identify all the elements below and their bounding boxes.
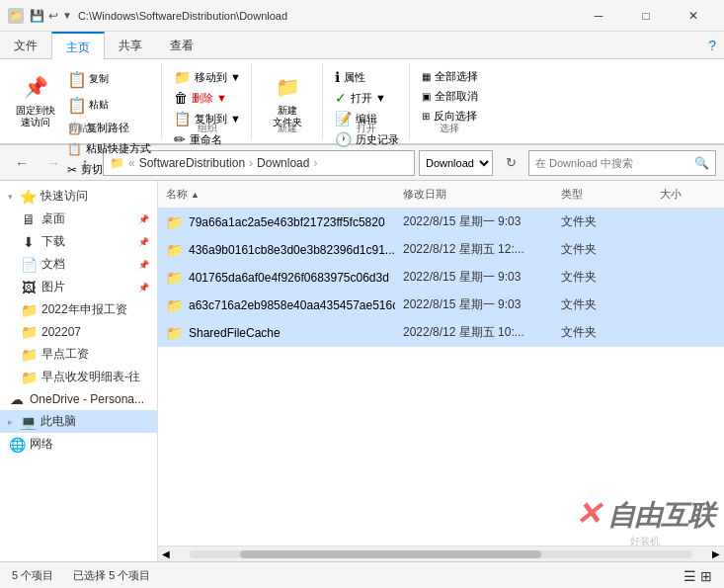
network-icon: 🌐 xyxy=(8,437,26,453)
open-group-label: 打开 xyxy=(325,122,409,135)
minimize-button[interactable]: ─ xyxy=(576,0,621,32)
file-folder-icon: 📁 xyxy=(166,214,183,230)
desktop-label: 桌面 xyxy=(41,210,65,227)
ribbon-group-organize: 📁 移动到 ▼ 🗑 删除 ▼ 📋 复制到 ▼ ✏ 重命名 组织 xyxy=(164,63,252,139)
tab-home[interactable]: 主页 xyxy=(51,32,105,59)
table-row[interactable]: 📁 a63c716a2eb9858e40aa435457ae516c 2022/… xyxy=(158,292,724,319)
col-header-type[interactable]: 类型 xyxy=(553,183,652,206)
folder-icon-1: 📁 xyxy=(20,302,38,318)
pin-indicator-4: 📌 xyxy=(138,283,149,293)
ribbon-group-new: 📁 新建文件夹 新建 xyxy=(254,63,323,139)
nav-folder-4[interactable]: 📁 早点收发明细表-往 xyxy=(0,366,157,388)
tab-share[interactable]: 共享 xyxy=(105,32,156,58)
file-name: 79a66a1ac2a5e463bf21723ff5fc5820 xyxy=(189,215,385,229)
desktop-icon: 🖥 xyxy=(20,211,38,227)
downloads-label: 下载 xyxy=(41,233,65,250)
select-all-label: 全部选择 xyxy=(435,69,478,84)
file-type: 文件夹 xyxy=(553,210,652,233)
deselect-all-label: 全部取消 xyxy=(435,89,478,104)
folder-1-label: 2022年申报工资 xyxy=(41,301,127,318)
scroll-right-button[interactable]: ▶ xyxy=(708,546,724,562)
save-icon[interactable]: 💾 xyxy=(30,9,44,23)
copy-button[interactable]: 📋 复制 xyxy=(63,67,155,91)
pictures-icon: 🖼 xyxy=(20,280,38,295)
paste-shortcut-button[interactable]: 📋 粘贴快捷方式 xyxy=(63,139,155,158)
nav-documents[interactable]: 📄 文档 📌 xyxy=(0,253,157,276)
file-type: 文件夹 xyxy=(553,321,652,344)
nav-folder-3[interactable]: 📁 早点工资 xyxy=(0,343,157,366)
paste-icon: 📋 xyxy=(67,95,87,115)
undo-icon[interactable]: ↩ xyxy=(48,9,58,23)
paste-shortcut-label: 粘贴快捷方式 xyxy=(86,141,151,156)
refresh-button[interactable]: ↻ xyxy=(497,150,524,176)
move-to-button[interactable]: 📁 移动到 ▼ xyxy=(170,67,245,87)
maximize-button[interactable]: □ xyxy=(623,0,669,32)
nav-network[interactable]: 🌐 网络 xyxy=(0,433,157,456)
table-row[interactable]: 📁 79a66a1ac2a5e463bf21723ff5fc5820 2022/… xyxy=(158,209,724,236)
file-folder-icon: 📁 xyxy=(166,270,183,286)
properties-icon: ℹ xyxy=(335,69,340,85)
table-row[interactable]: 📁 436a9b0161cb8e3d0e3b82396d1c91... 2022… xyxy=(158,236,724,264)
col-header-date[interactable]: 修改日期 xyxy=(395,183,553,206)
open-buttons: ℹ 属性 ✓ 打开 ▼ 📝 编辑 🕐 历史记录 xyxy=(331,63,403,167)
select-all-icon: ▦ xyxy=(422,71,431,82)
scroll-thumb[interactable] xyxy=(240,550,541,558)
grid-view-icon[interactable]: ⊞ xyxy=(700,568,712,584)
tab-view[interactable]: 查看 xyxy=(156,32,207,58)
deselect-all-button[interactable]: ▣ 全部取消 xyxy=(418,87,482,106)
file-type: 文件夹 xyxy=(553,238,652,261)
network-label: 网络 xyxy=(30,436,53,453)
file-date: 2022/8/12 星期五 10:... xyxy=(395,321,553,344)
cut-button[interactable]: ✂ 剪切 xyxy=(63,160,155,179)
delete-button[interactable]: 🗑 删除 ▼ xyxy=(170,88,245,108)
file-folder-icon: 📁 xyxy=(166,325,183,341)
invert-icon: ⊞ xyxy=(422,111,430,122)
nav-this-pc[interactable]: ▸ 💻 此电脑 xyxy=(0,410,157,433)
documents-icon: 📄 xyxy=(20,257,38,273)
paste-button[interactable]: 📋 粘贴 xyxy=(63,93,155,117)
new-buttons: 📁 新建文件夹 xyxy=(262,63,313,150)
select-all-button[interactable]: ▦ 全部选择 xyxy=(418,67,482,86)
folder-icon-2: 📁 xyxy=(20,324,38,340)
properties-button[interactable]: ℹ 属性 xyxy=(331,67,403,87)
help-button[interactable]: ? xyxy=(708,32,724,58)
file-folder-icon: 📁 xyxy=(166,242,183,258)
nav-pictures[interactable]: 🖼 图片 📌 xyxy=(0,276,157,298)
path-part-2[interactable]: Download xyxy=(257,156,309,170)
delete-icon: 🗑 xyxy=(174,90,188,106)
nav-folder-2[interactable]: 📁 202207 xyxy=(0,321,157,343)
col-header-size[interactable]: 大小 xyxy=(652,183,724,206)
list-view-icon[interactable]: ☰ xyxy=(684,568,696,584)
file-date: 2022/8/15 星期一 9:03 xyxy=(395,210,553,233)
folder-3-label: 早点工资 xyxy=(41,346,89,363)
horizontal-scrollbar[interactable]: ◀ ▶ xyxy=(158,546,724,561)
file-size xyxy=(652,247,724,253)
dropdown-icon[interactable]: ▼ xyxy=(62,10,72,21)
properties-label: 属性 xyxy=(344,70,365,85)
tab-file[interactable]: 文件 xyxy=(0,32,51,58)
this-pc-expand-icon: ▸ xyxy=(8,417,13,427)
nav-onedrive[interactable]: ☁ OneDrive - Persona... xyxy=(0,388,157,410)
search-input[interactable] xyxy=(535,157,690,169)
nav-folder-1[interactable]: 📁 2022年申报工资 xyxy=(0,298,157,321)
table-row[interactable]: 📁 401765da6af0e4f926f0683975c06d3d 2022/… xyxy=(158,264,724,292)
open-button[interactable]: ✓ 打开 ▼ xyxy=(331,88,403,108)
paste-shortcut-icon: 📋 xyxy=(67,142,82,156)
path-dropdown[interactable]: Download xyxy=(419,150,493,176)
nav-downloads[interactable]: ⬇ 下载 📌 xyxy=(0,230,157,253)
file-name: SharedFileCache xyxy=(189,326,281,340)
nav-desktop[interactable]: 🖥 桌面 📌 xyxy=(0,208,157,230)
close-button[interactable]: ✕ xyxy=(671,0,716,32)
ribbon-group-select: ▦ 全部选择 ▣ 全部取消 ⊞ 反向选择 选择 xyxy=(412,63,488,139)
status-bar: 5 个项目 已选择 5 个项目 ☰ ⊞ xyxy=(0,561,724,588)
col-header-name[interactable]: 名称 ▲ xyxy=(158,183,395,206)
scroll-track[interactable] xyxy=(190,550,692,558)
item-count: 5 个项目 xyxy=(12,568,53,583)
file-date: 2022/8/15 星期一 9:03 xyxy=(395,266,553,289)
onedrive-label: OneDrive - Persona... xyxy=(30,392,144,406)
file-header: 名称 ▲ 修改日期 类型 大小 xyxy=(158,181,724,209)
table-row[interactable]: 📁 SharedFileCache 2022/8/12 星期五 10:... 文… xyxy=(158,319,724,347)
scroll-left-button[interactable]: ◀ xyxy=(158,546,174,562)
window-icon: 📁 xyxy=(8,8,24,24)
search-box[interactable]: 🔍 xyxy=(528,150,716,176)
